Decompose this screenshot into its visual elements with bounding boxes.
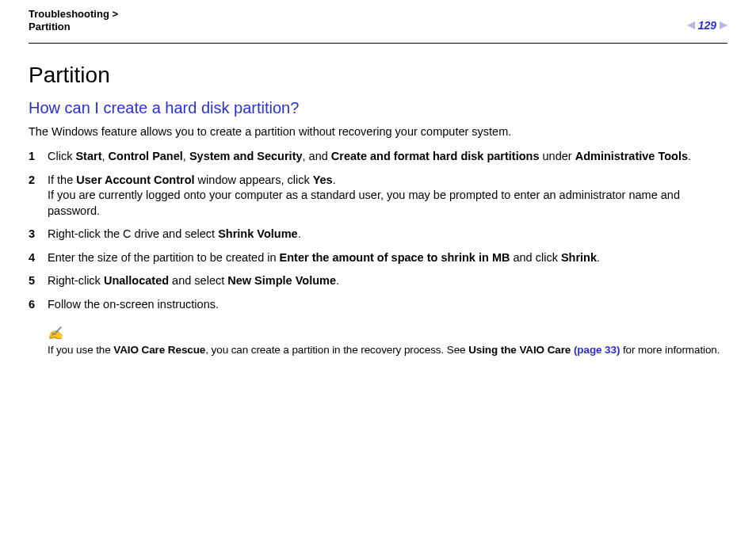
step-number: 2 xyxy=(29,173,48,219)
step-item: 3Right-click the C drive and select Shri… xyxy=(29,227,727,242)
step-number: 6 xyxy=(29,297,48,313)
step-body: If the User Account Control window appea… xyxy=(48,173,727,219)
note-text: If you use the VAIO Care Rescue, you can… xyxy=(48,344,720,356)
breadcrumb-line-1: Troubleshooting > xyxy=(29,8,118,20)
step-body: Right-click the C drive and select Shrin… xyxy=(48,227,727,242)
step-number: 5 xyxy=(29,273,48,289)
breadcrumb-line-2: Partition xyxy=(29,21,71,32)
step-body: Click Start, Control Panel, System and S… xyxy=(48,149,727,165)
step-item: 2If the User Account Control window appe… xyxy=(29,173,727,219)
step-item: 5Right-click Unallocated and select New … xyxy=(29,273,727,289)
page-reference-link[interactable]: (page 33) xyxy=(574,344,620,356)
page-number: 129 xyxy=(697,19,718,32)
page-number-nav: 129 xyxy=(687,19,727,32)
header-divider xyxy=(29,43,727,44)
steps-list: 1Click Start, Control Panel, System and … xyxy=(29,149,727,313)
breadcrumb: Troubleshooting > Partition xyxy=(29,8,727,33)
step-item: 6Follow the on-screen instructions. xyxy=(29,297,727,313)
step-number: 1 xyxy=(29,149,48,165)
step-item: 4Enter the size of the partition to be c… xyxy=(29,250,727,266)
step-item: 1Click Start, Control Panel, System and … xyxy=(29,149,727,165)
prev-page-icon[interactable] xyxy=(687,21,695,29)
step-number: 4 xyxy=(29,250,48,266)
note-section: ✍ If you use the VAIO Care Rescue, you c… xyxy=(29,326,727,357)
step-body: Follow the on-screen instructions. xyxy=(48,297,727,313)
step-body: Enter the size of the partition to be cr… xyxy=(48,250,727,266)
page-title: Partition xyxy=(29,63,727,88)
section-heading: How can I create a hard disk partition? xyxy=(29,99,727,117)
step-body: Right-click Unallocated and select New S… xyxy=(48,273,727,289)
step-number: 3 xyxy=(29,227,48,242)
intro-text: The Windows feature allows you to create… xyxy=(29,125,727,138)
note-icon: ✍ xyxy=(48,326,727,341)
next-page-icon[interactable] xyxy=(720,21,727,29)
page-header: Troubleshooting > Partition 129 xyxy=(29,8,727,41)
